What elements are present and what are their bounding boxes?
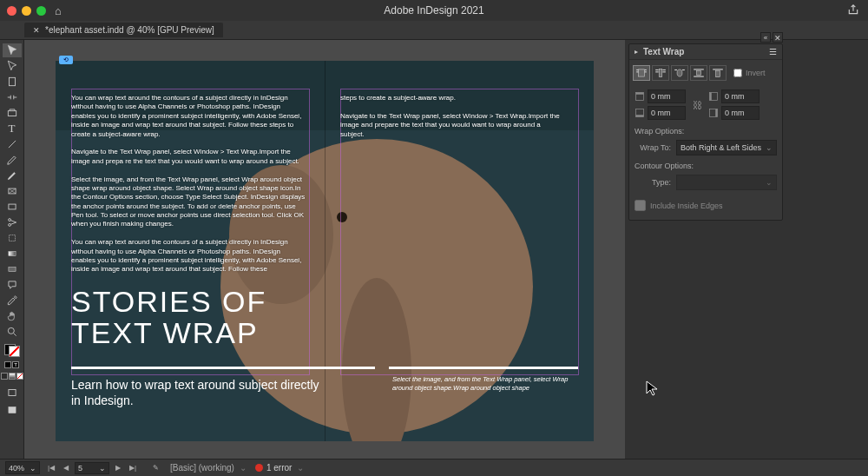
rectangle-tool[interactable] xyxy=(3,200,22,214)
eyedropper-tool[interactable] xyxy=(3,294,22,307)
wrap-to-label: Wrap To: xyxy=(635,143,671,152)
share-icon[interactable] xyxy=(847,3,859,17)
view-mode-normal-icon[interactable] xyxy=(3,385,22,400)
apply-none-icon[interactable] xyxy=(16,373,23,380)
panel-close-icon[interactable]: ✕ xyxy=(773,32,783,43)
offset-top-icon xyxy=(635,91,645,102)
apply-color-icon[interactable] xyxy=(1,373,8,380)
next-page-button[interactable]: ▶ xyxy=(112,462,124,474)
apply-color-container-icon[interactable] xyxy=(4,361,11,368)
svg-rect-27 xyxy=(694,69,704,69)
offset-right-icon xyxy=(708,108,719,118)
tools-panel: T T xyxy=(0,40,24,459)
page-spread[interactable]: ⟲ You can wrap text around the contours … xyxy=(56,61,594,441)
rectangle-frame-tool[interactable] xyxy=(3,184,22,198)
fill-stroke-swatch[interactable] xyxy=(4,344,20,354)
invert-label: Invert xyxy=(746,69,766,77)
svg-rect-6 xyxy=(8,204,15,209)
panel-title: Text Wrap xyxy=(643,47,684,56)
body-text-right[interactable]: steps to create a subject-aware wrap. Na… xyxy=(340,94,566,139)
window-close-dot[interactable] xyxy=(7,6,16,16)
contour-type-dropdown[interactable]: ⌄ xyxy=(676,175,777,190)
contour-options-label: Contour Options: xyxy=(629,158,782,172)
wrap-none-icon[interactable] xyxy=(633,65,650,81)
svg-point-8 xyxy=(8,223,10,226)
offset-right-input[interactable] xyxy=(721,106,760,120)
wrap-jump-object-icon[interactable] xyxy=(690,65,707,81)
zoom-dropdown[interactable]: 40%⌄ xyxy=(5,461,40,474)
offset-top-input[interactable] xyxy=(648,89,686,103)
headline[interactable]: STORIES OF TEXT WRAP xyxy=(71,287,266,348)
view-mode-preview-icon[interactable] xyxy=(3,402,22,418)
document-canvas[interactable]: ⟲ You can wrap text around the contours … xyxy=(24,40,625,459)
svg-rect-33 xyxy=(636,93,644,95)
body-text-left[interactable]: You can wrap text around the contours of… xyxy=(71,94,306,274)
svg-rect-19 xyxy=(655,69,659,70)
app-title: Adobe InDesign 2021 xyxy=(384,4,483,17)
close-tab-icon[interactable]: ✕ xyxy=(33,26,40,35)
panel-menu-icon[interactable]: ☰ xyxy=(769,47,777,56)
gradient-swatch-tool[interactable] xyxy=(3,247,22,261)
linked-image-badge[interactable]: ⟲ xyxy=(59,56,73,64)
content-collector-tool[interactable] xyxy=(3,106,22,120)
offset-bottom-input[interactable] xyxy=(648,106,686,120)
apply-gradient-icon[interactable] xyxy=(9,373,16,380)
panel-chevron-icon[interactable]: ▸ xyxy=(635,48,638,56)
svg-rect-18 xyxy=(639,69,645,76)
rule-right xyxy=(389,367,578,369)
gap-tool[interactable] xyxy=(3,90,22,104)
line-tool[interactable] xyxy=(3,137,22,151)
svg-rect-24 xyxy=(674,69,677,70)
contour-type-label: Type: xyxy=(635,178,671,187)
note-tool[interactable] xyxy=(3,278,22,292)
apply-color-text-icon[interactable]: T xyxy=(12,361,19,368)
page-number-field[interactable]: 5⌄ xyxy=(75,462,109,474)
link-offsets-icon[interactable]: ⛓ xyxy=(693,96,701,114)
hand-tool[interactable] xyxy=(3,309,22,323)
svg-rect-21 xyxy=(655,71,659,72)
offset-left-input[interactable] xyxy=(721,89,760,103)
preflight-profile-label[interactable]: [Basic] (working) xyxy=(170,463,234,473)
type-tool[interactable]: T xyxy=(3,122,22,136)
document-tab[interactable]: ✕ *elephant asset.indd @ 40% [GPU Previe… xyxy=(24,23,223,37)
wrap-to-dropdown[interactable]: Both Right & Left Sides⌄ xyxy=(676,140,777,155)
zoom-tool[interactable] xyxy=(3,325,22,339)
subhead[interactable]: Learn how to wrap text around subject di… xyxy=(71,377,323,408)
page-tool[interactable] xyxy=(3,75,22,89)
wrap-jump-column-icon[interactable] xyxy=(709,65,727,81)
pen-tool[interactable] xyxy=(3,153,22,167)
last-page-button[interactable]: ▶| xyxy=(127,462,139,474)
caption-text[interactable]: Select the image, and from the Text Wrap… xyxy=(392,375,575,393)
svg-rect-29 xyxy=(694,76,704,77)
home-icon[interactable]: ⌂ xyxy=(55,4,62,17)
free-transform-tool[interactable] xyxy=(3,231,22,245)
svg-rect-23 xyxy=(659,69,662,76)
svg-rect-31 xyxy=(716,71,720,77)
direct-selection-tool[interactable] xyxy=(3,59,22,73)
scissors-tool[interactable] xyxy=(3,215,22,229)
svg-rect-30 xyxy=(713,69,723,69)
svg-rect-11 xyxy=(8,268,15,272)
wrap-bounding-box-icon[interactable] xyxy=(652,65,669,81)
pencil-tool[interactable] xyxy=(3,169,22,182)
window-minimize-dot[interactable] xyxy=(22,6,31,16)
svg-rect-9 xyxy=(9,235,15,241)
rule-left xyxy=(71,367,375,369)
svg-point-7 xyxy=(8,219,10,221)
wrap-object-shape-icon[interactable] xyxy=(671,65,688,81)
first-page-button[interactable]: |◀ xyxy=(45,462,57,474)
include-inside-edges-checkbox[interactable] xyxy=(635,200,646,211)
prev-page-button[interactable]: ◀ xyxy=(60,462,72,474)
open-note-icon[interactable]: ✎ xyxy=(149,462,161,474)
gradient-feather-tool[interactable] xyxy=(3,262,22,276)
svg-rect-15 xyxy=(8,407,15,413)
selection-tool[interactable] xyxy=(3,43,22,57)
window-zoom-dot[interactable] xyxy=(36,6,46,16)
svg-rect-22 xyxy=(662,71,666,72)
panel-collapse-icon[interactable]: « xyxy=(760,32,771,43)
svg-rect-39 xyxy=(715,109,717,117)
svg-rect-37 xyxy=(710,93,712,101)
invert-checkbox[interactable] xyxy=(733,69,742,77)
preflight-errors[interactable]: 1 error ⌄ xyxy=(255,463,304,473)
error-indicator-icon xyxy=(255,464,263,472)
